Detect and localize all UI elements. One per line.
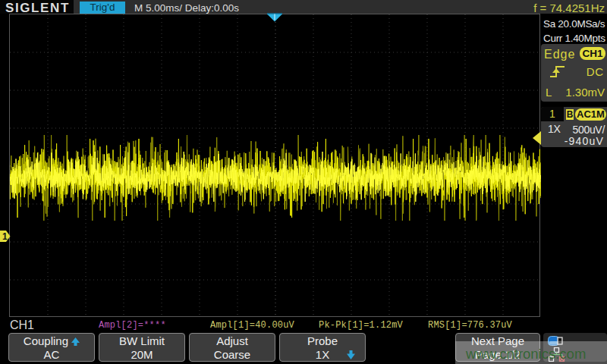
- svg-text:1: 1: [2, 231, 8, 242]
